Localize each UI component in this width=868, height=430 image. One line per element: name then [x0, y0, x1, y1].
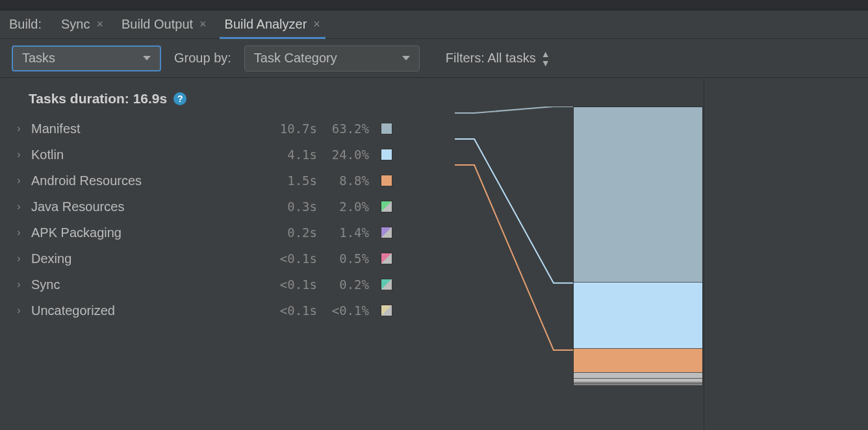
category-percent: <0.1% [317, 303, 369, 318]
color-swatch [381, 149, 392, 160]
tab-build-output[interactable]: Build Output × [119, 10, 209, 38]
category-percent: 8.8% [317, 173, 369, 188]
dropdown-value: Task Category [254, 51, 337, 66]
category-label: Manifest [31, 121, 259, 136]
category-percent: 2.0% [317, 199, 369, 214]
chevron-right-icon: › [13, 201, 25, 212]
color-swatch [381, 305, 392, 316]
chart-segment [574, 349, 702, 373]
group-by-dropdown[interactable]: Task Category [244, 45, 420, 71]
color-swatch [381, 253, 392, 264]
chart-segment [574, 283, 702, 349]
build-label: Build: [9, 17, 42, 32]
chevron-right-icon: › [13, 279, 25, 290]
color-swatch [381, 227, 392, 238]
category-duration: 1.5s [259, 173, 317, 188]
right-panel [704, 78, 868, 430]
category-duration: 4.1s [259, 147, 317, 162]
close-icon[interactable]: × [97, 18, 104, 31]
tab-sync[interactable]: Sync × [58, 10, 106, 38]
category-label: APK Packaging [31, 225, 259, 240]
category-percent: 0.5% [317, 251, 369, 266]
category-duration: 0.3s [259, 199, 317, 214]
help-icon[interactable]: ? [173, 92, 186, 105]
connector-lines [455, 107, 573, 386]
toolbar: Tasks Group by: Task Category Filters: A… [0, 39, 868, 78]
category-percent: 24.0% [317, 147, 369, 162]
tab-label: Sync [61, 17, 90, 32]
category-label: Kotlin [31, 147, 259, 162]
category-duration: <0.1s [259, 277, 317, 292]
chevron-right-icon: › [13, 175, 25, 186]
close-icon[interactable]: × [199, 18, 207, 31]
category-duration: 10.7s [259, 121, 317, 136]
color-swatch [381, 201, 392, 212]
tab-build-analyzer[interactable]: Build Analyzer × [222, 10, 323, 38]
chevron-right-icon: › [13, 253, 25, 264]
filters-dropdown[interactable]: Filters: All tasks ▲▼ [446, 49, 550, 68]
category-duration: 0.2s [259, 225, 317, 240]
category-percent: 0.2% [317, 277, 369, 292]
chevron-down-icon [402, 56, 410, 60]
sort-icon: ▲▼ [541, 49, 550, 68]
category-percent: 63.2% [317, 121, 369, 136]
chart-segment [574, 107, 702, 283]
category-label: Sync [31, 277, 259, 292]
category-label: Java Resources [31, 199, 259, 214]
tasks-heading: Tasks duration: 16.9s ? [13, 91, 704, 107]
category-duration: <0.1s [259, 303, 317, 318]
chevron-right-icon: › [13, 305, 25, 316]
chart-segment [574, 385, 702, 385]
color-swatch [381, 279, 392, 290]
view-dropdown[interactable]: Tasks [12, 45, 161, 71]
stacked-bar-chart [573, 107, 703, 386]
category-label: Dexing [31, 251, 259, 266]
heading-text: Tasks duration: 16.9s [29, 91, 167, 107]
tab-label: Build Output [121, 17, 193, 32]
filters-label: Filters: All tasks [446, 51, 536, 66]
chevron-right-icon: › [13, 149, 25, 160]
chevron-right-icon: › [13, 123, 25, 134]
color-swatch [381, 123, 392, 134]
tab-bar: Build: Sync × Build Output × Build Analy… [0, 10, 868, 39]
category-label: Android Resources [31, 173, 259, 188]
category-label: Uncategorized [31, 303, 259, 318]
close-icon[interactable]: × [313, 18, 320, 31]
chart-area [455, 107, 689, 386]
category-duration: <0.1s [259, 251, 317, 266]
chevron-down-icon [143, 56, 151, 60]
tasks-panel: Tasks duration: 16.9s ? › Manifest 10.7s… [0, 78, 704, 430]
color-swatch [381, 175, 392, 186]
category-percent: 1.4% [317, 225, 369, 240]
dropdown-value: Tasks [22, 51, 55, 66]
tab-label: Build Analyzer [225, 17, 307, 32]
chart-segment [574, 373, 702, 379]
chevron-right-icon: › [13, 227, 25, 238]
group-by-label: Group by: [174, 51, 231, 66]
top-strip [0, 0, 868, 10]
